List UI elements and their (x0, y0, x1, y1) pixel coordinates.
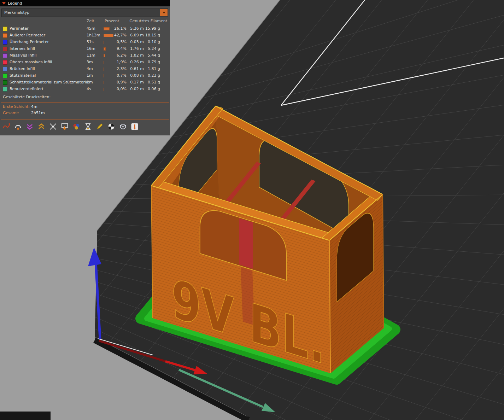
feature-percent-bar (104, 88, 104, 91)
feature-color-swatch (3, 40, 7, 45)
feature-meters: 5.36 m (128, 26, 144, 31)
legend-titlebar: Legend (0, 0, 170, 6)
feature-color-swatch (3, 60, 7, 65)
feature-percent: 0,5% (113, 40, 127, 44)
wipe-icon[interactable] (14, 122, 22, 131)
feature-row[interactable]: Stützmaterial 1m 0,7% 0.08 m 0.23 g (0, 72, 170, 79)
feature-row[interactable]: Oberes massives Infill 3m 1,9% 0.26 m 0.… (0, 59, 170, 66)
feature-percent-bar (104, 81, 104, 84)
feature-meters: 0.17 m (128, 80, 144, 84)
feature-meters: 0.61 m (128, 66, 144, 71)
feature-label: Oberes massives Infill (10, 60, 52, 64)
collapsed-panel[interactable] (0, 412, 51, 420)
feature-percent: 26,1% (113, 26, 127, 31)
feature-percent: 42,7% (113, 33, 127, 37)
pause-prints-icon[interactable] (84, 122, 92, 131)
feature-time: 1h13m (87, 33, 100, 37)
feature-row[interactable]: Überhang Perimeter 51s 0,5% 0.03 m 0.10 … (0, 39, 170, 46)
feature-meters: 0.08 m (128, 73, 144, 78)
column-header-filament: Genutztes Filament (117, 19, 167, 23)
feature-time: 45m (87, 26, 95, 31)
feature-row[interactable]: Schnittstellenmaterial zum Stützmaterial… (0, 79, 170, 86)
feature-meters: 1.76 m (128, 46, 144, 51)
feature-time: 4m (87, 66, 93, 71)
tool-changes-icon[interactable] (60, 122, 69, 131)
view-type-dropdown[interactable]: Merkmalstyp (1, 8, 168, 17)
feature-meters: 0.26 m (128, 60, 144, 64)
feature-row[interactable]: Perimeter 45m 26,1% 5.36 m 15.99 g (0, 25, 170, 32)
shells-icon[interactable] (107, 122, 116, 131)
feature-time: 51s (87, 40, 94, 44)
feature-meters: 6.09 m (128, 33, 144, 37)
collapse-triangle-icon[interactable] (2, 2, 6, 5)
feature-label: Benutzerdefiniert (10, 87, 43, 91)
feature-label: Überhang Perimeter (10, 40, 49, 44)
feature-percent-bar (104, 68, 104, 71)
feature-time: 2m (87, 80, 93, 84)
view-type-value: Merkmalstyp (4, 10, 29, 15)
feature-percent: 9,4% (113, 46, 127, 51)
legend-icon-toolbar (2, 122, 139, 131)
tool-marker-icon[interactable] (119, 122, 127, 131)
feature-color-swatch (3, 67, 7, 71)
retractions-icon[interactable] (25, 122, 34, 131)
feature-percent-bar (104, 74, 104, 77)
feature-grams: 15.99 g (143, 26, 160, 31)
feature-meters: 1.82 m (128, 53, 144, 58)
feature-grams: 0.10 g (143, 40, 160, 44)
feature-percent-bar (104, 54, 105, 57)
feature-label: Stützmaterial (10, 73, 36, 78)
feature-grams: 5.24 g (143, 46, 160, 51)
feature-percent-bar (104, 47, 106, 51)
legend-title: Legend (8, 1, 22, 6)
feature-color-swatch (3, 74, 7, 78)
color-changes-icon[interactable] (72, 122, 81, 131)
feature-percent-bar (104, 61, 104, 64)
custom-gcode-icon[interactable] (95, 122, 104, 131)
feature-percent: 6,2% (113, 53, 127, 58)
feature-percent: 1,9% (113, 60, 127, 64)
seams-icon[interactable] (49, 122, 57, 131)
item-marker-icon[interactable] (130, 122, 139, 131)
feature-percent: 0,9% (113, 80, 127, 84)
feature-color-swatch (3, 53, 7, 58)
deretractions-icon[interactable] (37, 122, 46, 131)
feature-table: Perimeter 45m 26,1% 5.36 m 15.99 g Äußer… (0, 25, 170, 93)
feature-time: 1m (87, 73, 93, 78)
feature-row[interactable]: Äußerer Perimeter 1h13m 42,7% 6.09 m 18.… (0, 32, 170, 39)
feature-color-swatch (3, 33, 7, 38)
dropdown-arrow-button[interactable] (160, 9, 168, 16)
feature-meters: 0.03 m (128, 40, 144, 44)
feature-time: 4s (87, 87, 91, 91)
feature-row[interactable]: Brücken Infill 4m 2,3% 0.61 m 1.81 g (0, 66, 170, 72)
feature-percent: 0,7% (113, 73, 127, 78)
feature-percent: 2,3% (113, 66, 127, 71)
separator (1, 102, 169, 103)
feature-label: Internes Infill (10, 46, 35, 51)
travel-icon[interactable] (2, 122, 11, 131)
feature-row[interactable]: Benutzerdefiniert 4s 0,0% 0.02 m 0.06 g (0, 86, 170, 93)
feature-label: Massives Infill (10, 53, 37, 58)
feature-meters: 0.02 m (128, 87, 144, 91)
feature-grams: 0.06 g (143, 87, 160, 91)
feature-color-swatch (3, 47, 7, 51)
feature-row[interactable]: Massives Infill 11m 6,2% 1.82 m 5.44 g (0, 52, 170, 59)
feature-color-swatch (3, 27, 7, 31)
feature-grams: 0.51 g (143, 80, 160, 84)
column-header-time: Zeit (87, 19, 94, 23)
feature-color-swatch (3, 80, 7, 85)
feature-percent-bar (104, 34, 113, 37)
feature-label: Äußerer Perimeter (10, 33, 45, 37)
feature-label: Schnittstellenmaterial zum Stützmaterial (10, 80, 89, 84)
first-layer-value: 4m (31, 104, 37, 109)
total-time-label: Gesamt: (3, 111, 19, 115)
feature-row[interactable]: Internes Infill 16m 9,4% 1.76 m 5.24 g (0, 46, 170, 52)
feature-time: 11m (87, 53, 95, 58)
feature-time: 3m (87, 60, 93, 64)
first-layer-label: Erste Schicht: (3, 104, 30, 109)
feature-label: Perimeter (10, 26, 29, 31)
feature-color-swatch (3, 87, 7, 92)
feature-percent: 0,0% (113, 87, 127, 91)
separator (1, 119, 169, 120)
feature-grams: 5.44 g (143, 53, 160, 58)
